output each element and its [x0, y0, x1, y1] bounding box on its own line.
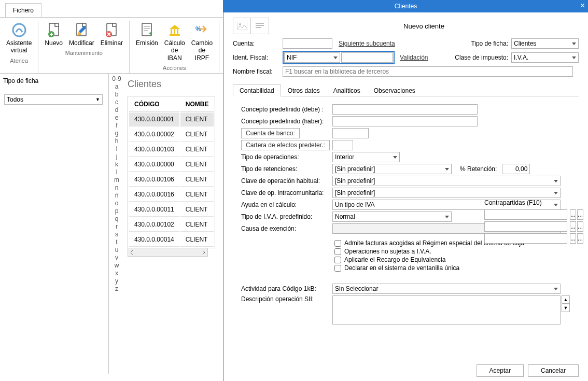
- scroll-left-icon[interactable]: [129, 250, 134, 255]
- table-row[interactable]: 430.0.0.00102CLIENT: [129, 218, 214, 232]
- table-row[interactable]: 430.0.0.00002CLIENT: [129, 128, 214, 142]
- ident-tipo-select[interactable]: NIF: [284, 52, 340, 63]
- scroll-down-icon[interactable]: ▼: [562, 304, 570, 312]
- check-no-sujetas[interactable]: [334, 248, 341, 255]
- image-icon[interactable]: [233, 18, 251, 34]
- tipo-ret-select[interactable]: [Sin predefinir]: [332, 164, 452, 174]
- cp-btn-1a[interactable]: ...: [570, 209, 576, 220]
- tab-observaciones[interactable]: Observaciones: [367, 84, 422, 96]
- col-codigo[interactable]: CÓDIGO: [129, 97, 179, 111]
- alpha-k[interactable]: k: [115, 160, 118, 168]
- close-icon[interactable]: ×: [580, 1, 585, 10]
- eliminar-button[interactable]: Eliminar: [97, 21, 126, 48]
- cp-btn-3b[interactable]: ...: [577, 233, 583, 244]
- alpha-z[interactable]: z: [115, 285, 118, 292]
- check-ventanilla[interactable]: [334, 265, 341, 272]
- dialog-title-text: Clientes: [395, 3, 417, 10]
- emision-button[interactable]: Emisión: [133, 21, 161, 63]
- siguiente-subcuenta-link[interactable]: Siguiente subcuenta: [339, 40, 395, 47]
- cartera-button[interactable]: Cartera de efectos predeter.:: [241, 140, 330, 150]
- alpha-b[interactable]: b: [115, 90, 119, 98]
- check-criterio-caja[interactable]: [334, 240, 341, 247]
- pct-ret-input[interactable]: [502, 164, 530, 174]
- alpha-t[interactable]: t: [116, 238, 117, 246]
- table-row[interactable]: 430.0.0.00103CLIENT: [129, 143, 214, 157]
- alpha-p[interactable]: p: [115, 207, 119, 215]
- cp-btn-2a[interactable]: ...: [570, 221, 576, 232]
- alpha-a[interactable]: a: [115, 82, 119, 90]
- tipo-ficha-combo[interactable]: Todos ▼: [4, 94, 103, 105]
- ident-input[interactable]: [341, 52, 393, 63]
- dialog-titlebar[interactable]: Clientes ×: [223, 0, 588, 12]
- nuevo-button[interactable]: Nuevo: [41, 21, 66, 48]
- descrip-sii-input[interactable]: [332, 295, 561, 324]
- cuenta-banco-input[interactable]: [332, 128, 369, 138]
- alpha-f[interactable]: f: [116, 121, 117, 129]
- cartera-input[interactable]: [332, 140, 353, 150]
- concepto-debe-input[interactable]: [332, 104, 478, 115]
- cuenta-banco-button[interactable]: Cuenta de banco:: [241, 128, 300, 138]
- cp-input-3[interactable]: [484, 233, 567, 244]
- alpha-q[interactable]: q: [115, 215, 119, 222]
- alpha-g[interactable]: g: [115, 129, 119, 137]
- alpha-s[interactable]: s: [115, 230, 118, 238]
- scroll-right-icon[interactable]: [201, 250, 206, 255]
- table-row[interactable]: 430.0.0.00011CLIENT: [129, 203, 214, 217]
- cp-btn-3a[interactable]: ...: [570, 233, 576, 244]
- tab-contabilidad[interactable]: Contabilidad: [233, 84, 281, 96]
- alpha-j[interactable]: j: [116, 152, 118, 160]
- clave-op-select[interactable]: [Sin predefinir]: [332, 176, 561, 186]
- lines-icon[interactable]: [251, 18, 269, 34]
- modificar-button[interactable]: Modificar: [66, 21, 97, 48]
- cancelar-button[interactable]: Cancelar: [528, 364, 579, 377]
- table-row[interactable]: 430.0.0.00106CLIENT: [129, 173, 214, 187]
- alpha-c[interactable]: c: [115, 98, 118, 106]
- alpha-v[interactable]: v: [115, 253, 118, 261]
- clients-table[interactable]: CÓDIGO NOMBE 430.0.0.00001CLIENT430.0.0.…: [128, 96, 215, 248]
- table-row[interactable]: 430.0.0.00001CLIENT: [129, 112, 214, 126]
- tipo-ficha-select[interactable]: Clientes: [511, 38, 579, 49]
- alpha-e[interactable]: e: [115, 114, 119, 121]
- tipo-op-select[interactable]: Interior: [332, 152, 400, 162]
- validacion-link[interactable]: Validación: [400, 54, 428, 61]
- asistente-virtual-button[interactable]: Asistente virtual: [3, 21, 35, 55]
- alpha-0-9[interactable]: 0-9: [112, 75, 121, 82]
- alpha-ñ[interactable]: ñ: [115, 191, 119, 199]
- tipo-iva-select[interactable]: Normal: [332, 211, 452, 222]
- alpha-l[interactable]: l: [116, 168, 118, 176]
- alpha-n[interactable]: n: [115, 184, 119, 191]
- alpha-o[interactable]: o: [115, 199, 119, 207]
- table-row[interactable]: 430.0.0.00000CLIENT: [129, 158, 214, 172]
- alpha-m[interactable]: m: [114, 176, 119, 184]
- alpha-r[interactable]: r: [116, 222, 118, 230]
- concepto-haber-input[interactable]: [332, 116, 478, 126]
- calculo-iban-button[interactable]: Cálculo de IBAN: [161, 21, 188, 63]
- table-row[interactable]: 430.0.0.00014CLIENT: [129, 233, 214, 247]
- file-tab[interactable]: Fichero: [5, 3, 41, 17]
- table-row[interactable]: 430.0.0.00016CLIENT: [129, 188, 214, 202]
- actividad-select[interactable]: Sin Seleccionar: [332, 284, 561, 294]
- alpha-y[interactable]: y: [115, 277, 118, 285]
- clase-impuesto-select[interactable]: I.V.A.: [511, 52, 579, 63]
- cp-input-1[interactable]: [484, 209, 567, 220]
- alpha-x[interactable]: x: [115, 269, 118, 277]
- cp-btn-2b[interactable]: ...: [577, 221, 583, 232]
- cuenta-input[interactable]: [283, 38, 332, 49]
- col-nombre[interactable]: NOMBE: [180, 97, 214, 111]
- clave-intra-select[interactable]: [Sin predefinir]: [332, 188, 561, 198]
- alpha-w[interactable]: w: [115, 261, 119, 269]
- tab-analiticos[interactable]: Analíticos: [327, 84, 367, 96]
- alpha-u[interactable]: u: [115, 246, 119, 253]
- alpha-d[interactable]: d: [115, 106, 119, 114]
- alpha-h[interactable]: h: [115, 137, 119, 145]
- nombre-fiscal-input[interactable]: [283, 66, 573, 77]
- cambio-irpf-button[interactable]: % Cambio de IRPF: [188, 21, 216, 63]
- check-recargo[interactable]: [334, 257, 341, 263]
- alpha-i[interactable]: i: [116, 145, 118, 152]
- hscrollbar[interactable]: [128, 248, 208, 257]
- tab-otros-datos[interactable]: Otros datos: [281, 84, 327, 96]
- cp-btn-1b[interactable]: ...: [577, 209, 583, 220]
- aceptar-button[interactable]: Aceptar: [477, 364, 524, 377]
- cp-input-2[interactable]: [484, 221, 567, 232]
- scroll-up-icon[interactable]: ▲: [562, 295, 570, 304]
